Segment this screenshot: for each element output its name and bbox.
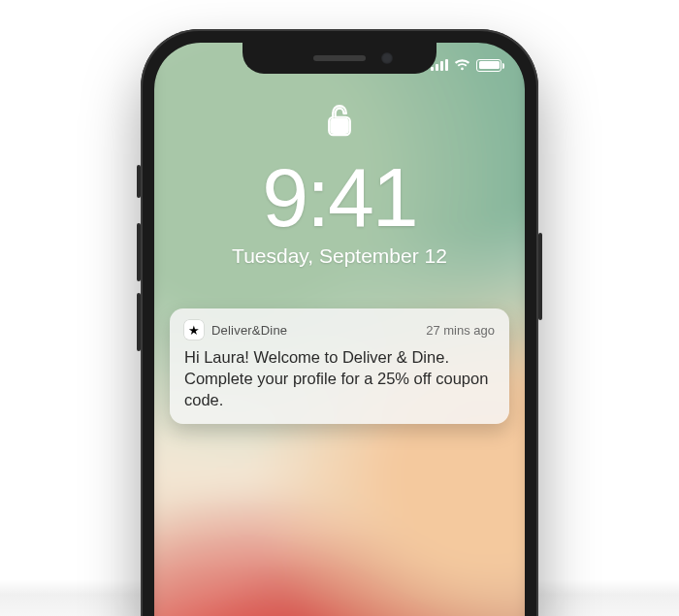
volume-up-button xyxy=(137,223,141,281)
lock-screen-time: 9:41 xyxy=(262,155,416,239)
notification-app-icon: ★ xyxy=(184,320,204,340)
lock-screen-date: Tuesday, September 12 xyxy=(232,244,447,268)
power-button xyxy=(538,233,542,320)
phone-screen[interactable]: 9:41 Tuesday, September 12 ★ Deliver&Din… xyxy=(154,43,525,616)
wifi-icon xyxy=(454,59,470,71)
earpiece-speaker xyxy=(313,55,366,61)
front-camera xyxy=(381,52,393,64)
mute-switch xyxy=(137,165,141,198)
notification-body: Hi Laura! Welcome to Deliver & Dine. Com… xyxy=(184,347,495,410)
volume-down-button xyxy=(137,293,141,351)
notification-app-name: Deliver&Dine xyxy=(211,323,418,338)
battery-icon xyxy=(476,59,501,72)
notification-card[interactable]: ★ Deliver&Dine 27 mins ago Hi Laura! Wel… xyxy=(170,308,509,424)
phone-frame: 9:41 Tuesday, September 12 ★ Deliver&Din… xyxy=(141,29,538,616)
unlocked-icon xyxy=(327,103,352,138)
lock-screen[interactable]: 9:41 Tuesday, September 12 ★ Deliver&Din… xyxy=(154,43,525,616)
notch xyxy=(242,43,436,74)
svg-rect-0 xyxy=(330,118,349,134)
notification-time-ago: 27 mins ago xyxy=(426,323,495,338)
notification-header: ★ Deliver&Dine 27 mins ago xyxy=(184,320,495,340)
